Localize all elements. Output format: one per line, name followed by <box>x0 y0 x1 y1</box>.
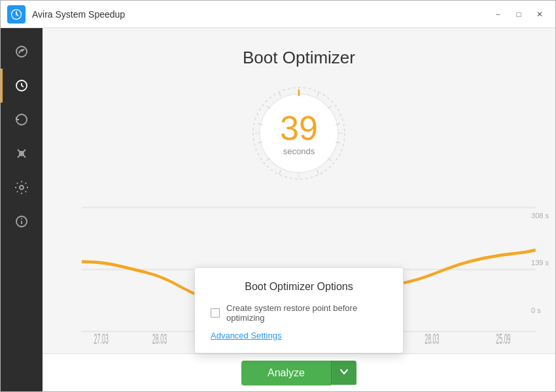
timer-unit: seconds <box>280 146 318 156</box>
refresh-icon <box>14 112 29 127</box>
info-icon <box>14 214 29 229</box>
sidebar-item-info[interactable] <box>1 204 43 238</box>
timer-container: 39 seconds <box>43 81 555 186</box>
tools-icon <box>14 146 29 161</box>
svg-text:28.03: 28.03 <box>152 331 167 346</box>
clock-circle: 39 seconds <box>247 81 351 186</box>
svg-point-11 <box>22 219 22 220</box>
svg-point-8 <box>20 186 24 189</box>
analyze-button[interactable]: Analyze <box>241 361 331 385</box>
close-button[interactable]: ✕ <box>530 7 549 22</box>
sidebar-item-dashboard[interactable] <box>1 35 43 69</box>
sidebar-item-boot-optimizer[interactable] <box>1 69 43 103</box>
content-area: Boot Optimizer <box>43 28 555 391</box>
app-title: Avira System Speedup <box>32 9 489 20</box>
clock-icon <box>14 78 29 93</box>
chart-label-top: 308 s <box>531 212 549 220</box>
clock-inner: 39 seconds <box>280 111 318 156</box>
main-layout: Boot Optimizer <box>1 28 555 391</box>
svg-line-19 <box>317 92 319 97</box>
svg-line-25 <box>279 92 281 97</box>
app-icon <box>7 5 26 24</box>
options-card: Boot Optimizer Options Create system res… <box>194 267 404 353</box>
bottom-bar: Analyze <box>43 353 555 391</box>
minimize-button[interactable]: − <box>489 7 507 22</box>
sidebar <box>1 28 43 391</box>
restore-point-checkbox[interactable] <box>211 308 220 318</box>
gear-icon <box>14 180 29 195</box>
analyze-chevron-button[interactable] <box>331 361 356 385</box>
svg-text:27.03: 27.03 <box>94 331 109 346</box>
chart-label-bot: 0 s <box>531 306 549 314</box>
chevron-down-icon <box>339 367 349 376</box>
chart-labels-right: 308 s 139 s 0 s <box>531 192 549 334</box>
svg-text:28.03: 28.03 <box>425 331 439 346</box>
timer-value: 39 <box>280 111 318 145</box>
app-window: Avira System Speedup − □ ✕ <box>0 0 556 392</box>
svg-line-24 <box>317 170 319 174</box>
window-controls: − □ ✕ <box>489 7 549 22</box>
analyze-button-group: Analyze <box>241 361 356 385</box>
options-card-title: Boot Optimizer Options <box>211 281 387 293</box>
svg-line-30 <box>279 170 281 174</box>
sidebar-item-settings[interactable] <box>1 171 43 204</box>
advanced-settings-link[interactable]: Advanced Settings <box>211 331 281 340</box>
svg-text:25.09: 25.09 <box>496 331 510 346</box>
maximize-button[interactable]: □ <box>510 7 528 22</box>
options-restore-row: Create system restore point before optim… <box>211 303 387 323</box>
sidebar-item-disk[interactable] <box>1 103 43 137</box>
svg-line-4 <box>22 86 24 87</box>
speedometer-icon <box>14 44 29 59</box>
page-title: Boot Optimizer <box>43 48 555 68</box>
chart-label-mid: 139 s <box>531 259 549 267</box>
restore-point-label: Create system restore point before optim… <box>226 303 387 323</box>
sidebar-item-tools[interactable] <box>1 137 43 171</box>
title-bar: Avira System Speedup − □ ✕ <box>1 1 555 28</box>
